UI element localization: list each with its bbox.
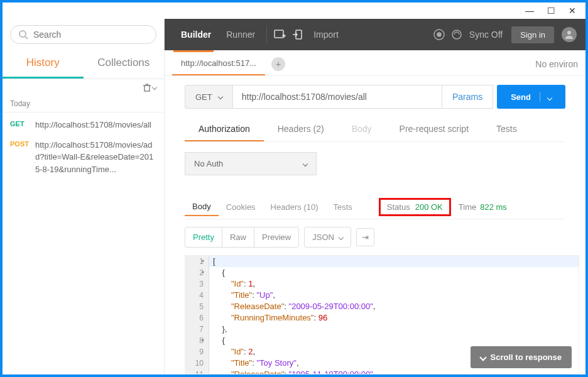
method-select[interactable]: GET [185,85,233,109]
search-icon [18,30,28,40]
history-url: http://localhost:51708/movies/add?title=… [35,139,156,176]
tab-collections[interactable]: Collections [84,50,165,79]
subtab-body[interactable]: Body [338,117,386,141]
send-button[interactable]: Send [497,85,565,109]
svg-point-13 [567,31,571,35]
resp-tab-cookies[interactable]: Cookies [219,199,263,216]
url-input[interactable] [233,85,442,109]
tab-history[interactable]: History [3,50,84,79]
maximize-button[interactable]: ☐ [540,6,562,16]
environment-label[interactable]: No environ [535,59,578,69]
history-item[interactable]: POST http://localhost:51708/movies/add?t… [10,135,156,180]
resp-tab-body[interactable]: Body [185,198,219,216]
search-input[interactable] [33,30,148,40]
fmt-preview[interactable]: Preview [254,227,298,247]
lang-select[interactable]: JSON [304,227,351,248]
subtab-prerequest[interactable]: Pre-request script [386,117,482,141]
status-label: Status [387,202,410,212]
resp-tab-headers[interactable]: Headers (10) [263,199,326,216]
add-tab-button[interactable]: + [271,57,285,71]
avatar-icon[interactable] [562,27,577,42]
main-panel: Builder Runner Import Sync Off Sign in h… [165,19,585,374]
svg-point-11 [437,33,441,36]
topbar: Builder Runner Import Sync Off Sign in [165,19,585,50]
sync-icon[interactable] [448,26,466,43]
method-badge: GET [10,119,35,131]
svg-point-0 [19,31,26,37]
request-tab[interactable]: http://localhost:517... [172,52,265,75]
fmt-raw[interactable]: Raw [222,227,254,247]
subtab-headers[interactable]: Headers (2) [264,117,338,141]
wrap-button[interactable]: ⇥ [356,228,374,246]
minimize-button[interactable]: — [519,6,540,16]
response-time: Time822 ms [459,202,507,212]
close-button[interactable]: ✕ [562,6,583,16]
format-group: Pretty Raw Preview [185,227,299,248]
import-icon[interactable] [288,26,306,43]
fmt-pretty[interactable]: Pretty [185,227,222,247]
sidebar: History Collections Today GET http://loc… [3,19,165,374]
history-url: http://localhost:51708/movies/all [35,119,156,131]
params-button[interactable]: Params [442,85,493,109]
subtab-authorization[interactable]: Authorization [185,117,264,141]
auth-type-select[interactable]: No Auth [185,152,317,175]
svg-rect-5 [275,30,283,38]
signin-button[interactable]: Sign in [511,26,554,43]
window-titlebar: — ☐ ✕ [3,3,585,19]
history-item[interactable]: GET http://localhost:51708/movies/all [10,115,156,135]
scroll-to-response-button[interactable]: Scroll to response [471,346,572,368]
svg-point-12 [452,30,461,39]
history-section-label: Today [3,96,164,112]
new-window-icon[interactable] [271,26,288,43]
nav-runner[interactable]: Runner [219,30,263,40]
search-box[interactable] [10,25,156,44]
svg-line-1 [25,36,28,39]
subtab-tests[interactable]: Tests [482,117,531,141]
nav-import[interactable]: Import [306,30,346,40]
satellite-icon[interactable] [430,26,448,43]
method-badge: POST [10,139,35,176]
sync-label: Sync Off [466,30,506,40]
nav-builder[interactable]: Builder [173,30,219,40]
resp-tab-tests[interactable]: Tests [325,199,359,216]
trash-icon[interactable] [143,83,156,92]
svg-rect-2 [144,85,150,91]
status-highlight: Status 200 OK [379,198,451,216]
status-value: 200 OK [415,202,443,212]
